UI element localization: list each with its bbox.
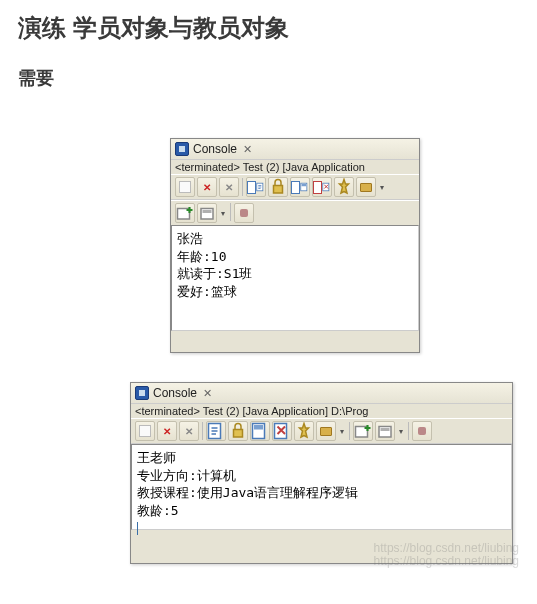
termination-line: <terminated> Test (2) [Java Application (171, 160, 419, 174)
show-stderr-button[interactable] (312, 177, 332, 197)
show-stderr-button[interactable] (272, 421, 292, 441)
open-console-button[interactable] (375, 421, 395, 441)
output-line: 王老师 (137, 449, 506, 467)
termination-line: <terminated> Test (2) [Java Application]… (131, 404, 512, 418)
minimize-button[interactable] (412, 421, 432, 441)
console-dropdown-icon[interactable]: ▾ (378, 183, 386, 192)
bottom-toolbar: ▾ (171, 200, 419, 225)
open-console-button[interactable] (197, 203, 217, 223)
svg-rect-9 (234, 430, 243, 438)
terminate-button[interactable] (135, 421, 155, 441)
show-console-button[interactable] (250, 421, 270, 441)
svg-rect-7 (203, 210, 212, 213)
new-console-button[interactable] (353, 421, 373, 441)
remove-launch-button[interactable] (157, 421, 177, 441)
scroll-lock-button[interactable] (268, 177, 288, 197)
console-tab-label[interactable]: Console (193, 142, 237, 156)
svg-rect-11 (254, 425, 263, 430)
toolbar-separator (408, 422, 409, 440)
output-line: 就读于:S1班 (177, 265, 413, 283)
console-toolbar: ▾ ▾ (131, 418, 512, 444)
close-tab-icon[interactable]: ✕ (203, 387, 212, 400)
minimize-button[interactable] (234, 203, 254, 223)
open-console-dropdown-icon[interactable]: ▾ (397, 427, 405, 436)
pin-console-button[interactable] (334, 177, 354, 197)
svg-rect-3 (301, 184, 306, 186)
page-title: 演练 学员对象与教员对象 (18, 12, 519, 44)
svg-rect-15 (381, 428, 390, 431)
console-window-2: Console ✕ <terminated> Test (2) [Java Ap… (130, 382, 513, 564)
output-line: 专业方向:计算机 (137, 467, 506, 485)
toolbar-separator (242, 178, 243, 196)
close-tab-icon[interactable]: ✕ (243, 143, 252, 156)
remove-all-terminated-button[interactable] (179, 421, 199, 441)
console-output: 王老师 专业方向:计算机 教授课程:使用Java语言理解程序逻辑 教龄:5 (131, 444, 512, 530)
console-output: 张浩 年龄:10 就读于:S1班 爱好:篮球 (171, 225, 419, 331)
toolbar-separator (349, 422, 350, 440)
clear-console-button[interactable] (246, 177, 266, 197)
display-selected-console-button[interactable] (316, 421, 336, 441)
display-selected-console-button[interactable] (356, 177, 376, 197)
show-console-button[interactable] (290, 177, 310, 197)
output-line: 教授课程:使用Java语言理解程序逻辑 (137, 484, 506, 502)
console-tab-bar: Console ✕ (171, 139, 419, 160)
console-tab-label[interactable]: Console (153, 386, 197, 400)
output-line: 张浩 (177, 230, 413, 248)
svg-rect-1 (274, 186, 283, 194)
section-heading: 需要 (18, 66, 519, 90)
scroll-lock-button[interactable] (228, 421, 248, 441)
remove-all-terminated-button[interactable] (219, 177, 239, 197)
console-toolbar: ▾ (171, 174, 419, 200)
text-cursor (137, 522, 138, 535)
output-line: 年龄:10 (177, 248, 413, 266)
new-console-button[interactable] (175, 203, 195, 223)
console-icon (175, 142, 189, 156)
console-dropdown-icon[interactable]: ▾ (338, 427, 346, 436)
console-tab-bar: Console ✕ (131, 383, 512, 404)
toolbar-separator (230, 203, 231, 221)
output-line: 爱好:篮球 (177, 283, 413, 301)
toolbar-separator (202, 422, 203, 440)
console-icon (135, 386, 149, 400)
clear-console-button[interactable] (206, 421, 226, 441)
output-line: 教龄:5 (137, 502, 506, 520)
console-window-1: Console ✕ <terminated> Test (2) [Java Ap… (170, 138, 420, 353)
open-console-dropdown-icon[interactable]: ▾ (219, 203, 227, 223)
remove-launch-button[interactable] (197, 177, 217, 197)
pin-console-button[interactable] (294, 421, 314, 441)
terminate-button[interactable] (175, 177, 195, 197)
